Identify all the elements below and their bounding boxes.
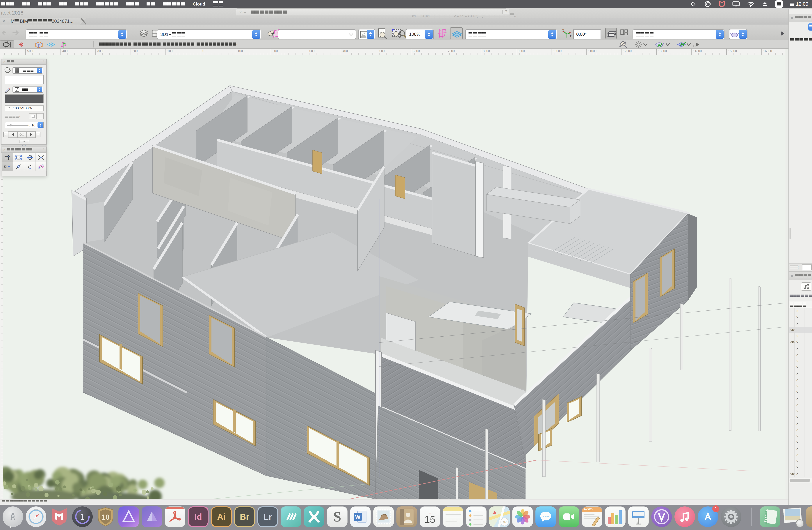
svg-text:y: y (563, 29, 564, 31)
svg-text:W: W (355, 514, 361, 520)
svg-text:10: 10 (102, 513, 110, 521)
svg-text:1: 1 (80, 512, 85, 521)
svg-text:x: x (570, 34, 571, 37)
